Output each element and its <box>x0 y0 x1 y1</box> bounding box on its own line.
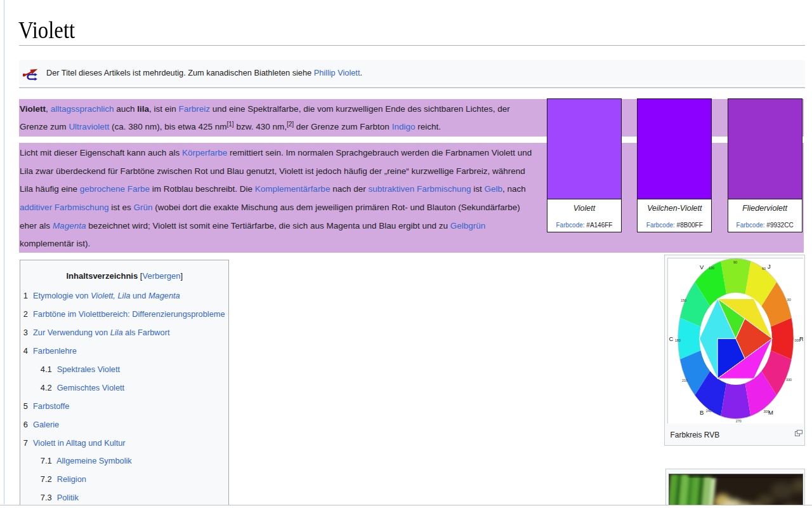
svg-text:C: C <box>669 336 673 343</box>
svg-text:J: J <box>768 263 771 270</box>
svg-text:270: 270 <box>735 419 741 423</box>
svg-text:330: 330 <box>785 378 791 382</box>
svg-text:210: 210 <box>681 379 687 383</box>
svg-text:60: 60 <box>762 267 766 271</box>
svg-text:120: 120 <box>709 266 714 270</box>
svg-text:180: 180 <box>674 339 680 343</box>
svg-text:150: 150 <box>680 298 686 302</box>
svg-text:R: R <box>799 336 802 343</box>
svg-text:B: B <box>700 409 704 416</box>
svg-text:30: 30 <box>787 298 790 302</box>
svg-text:V: V <box>700 264 704 271</box>
svg-text:90: 90 <box>733 260 737 264</box>
svg-text:240: 240 <box>705 409 711 413</box>
svg-text:M: M <box>768 410 773 417</box>
